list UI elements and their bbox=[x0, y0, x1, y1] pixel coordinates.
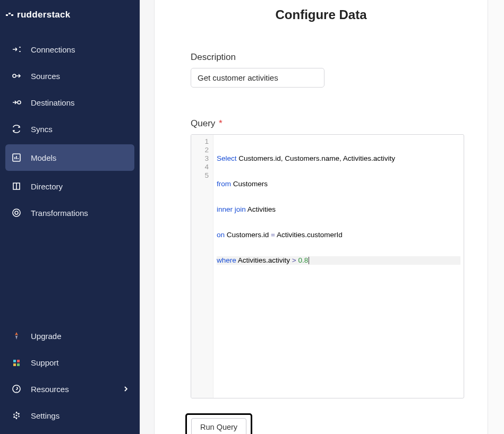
sidebar-item-support[interactable]: Support bbox=[0, 349, 140, 376]
sources-icon bbox=[12, 71, 21, 81]
run-query-button[interactable]: Run Query bbox=[191, 418, 246, 434]
description-field: Description bbox=[191, 52, 464, 88]
sidebar-item-label: Support bbox=[31, 358, 59, 367]
sidebar-item-label: Directory bbox=[31, 182, 63, 191]
sidebar-item-label: Sources bbox=[31, 72, 60, 81]
logo[interactable]: rudderstack bbox=[0, 5, 140, 36]
destinations-icon bbox=[12, 98, 21, 107]
svg-rect-1 bbox=[8, 13, 11, 14]
sidebar-item-connections[interactable]: Connections bbox=[0, 36, 140, 63]
support-icon bbox=[12, 358, 21, 367]
editor-cursor bbox=[309, 257, 309, 264]
settings-icon bbox=[12, 411, 21, 420]
svg-rect-11 bbox=[17, 363, 20, 366]
sidebar-item-label: Settings bbox=[31, 411, 59, 420]
sidebar-item-label: Destinations bbox=[31, 98, 75, 107]
sidebar-item-syncs[interactable]: Syncs bbox=[0, 116, 140, 142]
sidebar-item-transformations[interactable]: Transformations bbox=[0, 199, 140, 226]
editor-gutter: 1 2 3 4 5 bbox=[191, 135, 213, 398]
sidebar-item-directory[interactable]: Directory bbox=[0, 173, 140, 199]
chevron-right-icon bbox=[123, 385, 129, 394]
sidebar-item-models[interactable]: Models bbox=[5, 144, 134, 171]
brand-icon bbox=[5, 11, 14, 19]
transformations-icon bbox=[12, 208, 21, 218]
query-label: Query * bbox=[191, 118, 464, 129]
description-input[interactable] bbox=[191, 68, 324, 88]
run-query-highlight: Run Query bbox=[185, 413, 252, 434]
nav-bottom: Upgrade Support Resources Settings bbox=[0, 323, 140, 434]
svg-rect-9 bbox=[17, 360, 20, 362]
svg-rect-8 bbox=[13, 360, 16, 362]
svg-point-4 bbox=[18, 101, 21, 104]
svg-rect-2 bbox=[11, 14, 13, 16]
description-label: Description bbox=[191, 52, 464, 63]
sidebar-item-destinations[interactable]: Destinations bbox=[0, 89, 140, 116]
nav-top: Connections Sources Destinations Syncs M… bbox=[0, 36, 140, 323]
svg-point-12 bbox=[13, 385, 20, 393]
sidebar-item-upgrade[interactable]: Upgrade bbox=[0, 323, 140, 349]
sidebar-item-label: Upgrade bbox=[31, 332, 62, 341]
resources-icon bbox=[12, 384, 21, 394]
syncs-icon bbox=[12, 124, 21, 134]
sidebar-item-label: Transformations bbox=[31, 209, 88, 218]
editor-code[interactable]: Select Customers.id, Customers.name, Act… bbox=[213, 135, 464, 398]
sidebar-item-sources[interactable]: Sources bbox=[0, 63, 140, 89]
sidebar-item-label: Connections bbox=[31, 45, 75, 54]
sidebar-item-settings[interactable]: Settings bbox=[0, 402, 140, 429]
sidebar-item-resources[interactable]: Resources bbox=[0, 376, 140, 402]
panel-divider bbox=[140, 0, 155, 434]
query-field: Query * 1 2 3 4 5 Select Customers.id, C… bbox=[191, 118, 464, 398]
sidebar-item-label: Models bbox=[31, 153, 56, 162]
connections-icon bbox=[12, 45, 21, 54]
right-gutter bbox=[488, 0, 504, 434]
svg-point-6 bbox=[15, 211, 18, 214]
svg-point-7 bbox=[13, 209, 20, 216]
models-icon bbox=[12, 153, 21, 162]
directory-icon bbox=[12, 181, 21, 191]
svg-rect-10 bbox=[13, 363, 16, 366]
main-panel: Configure Data Description Query * 1 2 3… bbox=[155, 0, 488, 434]
page-title: Configure Data bbox=[155, 7, 488, 22]
sidebar-item-label: Resources bbox=[31, 385, 69, 394]
query-editor[interactable]: 1 2 3 4 5 Select Customers.id, Customers… bbox=[191, 134, 464, 398]
svg-rect-0 bbox=[6, 14, 8, 16]
brand-name: rudderstack bbox=[17, 10, 71, 20]
required-mark: * bbox=[219, 118, 223, 128]
upgrade-icon bbox=[12, 331, 21, 341]
sidebar-item-label: Syncs bbox=[31, 125, 53, 134]
svg-point-3 bbox=[13, 74, 16, 77]
sidebar: rudderstack Connections Sources Destinat… bbox=[0, 0, 140, 434]
